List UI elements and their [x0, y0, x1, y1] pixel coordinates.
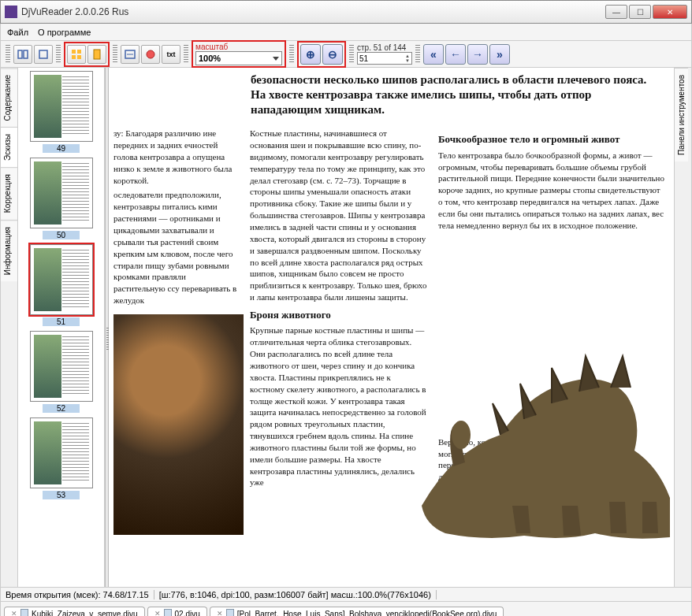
- window-title: DjVuReader 2.0.0.26 Rus: [21, 6, 605, 17]
- lead-text: безопасности несколько шипов располагали…: [251, 72, 650, 117]
- menu-about[interactable]: О программе: [38, 28, 91, 37]
- zoom-label: масштаб: [195, 43, 282, 51]
- status-bar: Время открытия (мсек): 74.68/17.15 [ш:77…: [0, 588, 692, 602]
- body: Содержание Эскизы Коррекция Информация 4…: [0, 68, 692, 588]
- thumb-51[interactable]: 51: [21, 244, 101, 326]
- app-icon: [5, 6, 17, 18]
- status-info: [ш:776, в:1046, dpi:100, разм:106007 бай…: [154, 590, 437, 599]
- svg-rect-7: [94, 50, 100, 59]
- menu-file[interactable]: Файл: [7, 28, 28, 37]
- mid-p1: Костные пластины, начинавшиеся от основа…: [250, 128, 427, 303]
- view-page-button[interactable]: [87, 45, 106, 64]
- zoom-group: масштаб 100%: [192, 40, 286, 68]
- zoom-buttons-group: ⊕ ⊖: [297, 41, 346, 68]
- maximize-button[interactable]: ☐: [629, 5, 651, 19]
- svg-rect-0: [18, 50, 22, 58]
- tab-thumbs[interactable]: Эскизы: [1, 127, 17, 167]
- grip[interactable]: [184, 45, 188, 64]
- grip[interactable]: [289, 45, 294, 64]
- photo-image: [113, 314, 244, 535]
- page-group: стр. 51 of 144 51 ▲▼: [357, 43, 412, 65]
- svg-rect-3: [72, 50, 76, 54]
- title-bar: DjVuReader 2.0.0.26 Rus — ☐ ✕: [0, 0, 692, 24]
- close-button[interactable]: ✕: [653, 5, 687, 19]
- doc-icon: [164, 609, 172, 616]
- page-content: безопасности несколько шипов располагали…: [109, 68, 674, 540]
- left-body: оследователи предположили, кентрозавры п…: [113, 189, 239, 306]
- svg-rect-6: [77, 55, 81, 59]
- toolbar: txt масштаб 100% ⊕ ⊖ стр. 51 of 144 51 ▲…: [0, 41, 692, 68]
- grip[interactable]: [56, 45, 61, 64]
- svg-rect-2: [39, 50, 47, 58]
- tab-info[interactable]: Информация: [1, 220, 17, 281]
- dinosaur-image: [406, 309, 674, 545]
- zoom-out-button[interactable]: ⊖: [322, 44, 343, 65]
- layout-split-button[interactable]: [13, 45, 32, 64]
- menu-bar: Файл О программе: [0, 24, 692, 41]
- file-tab-1[interactable]: ✕Kubiki_Zaizeva_v_semye.djvu: [4, 607, 145, 616]
- status-time: Время открытия (мсек): 74.68/17.15: [1, 590, 154, 599]
- next-page-button[interactable]: →: [467, 44, 488, 65]
- page-input[interactable]: 51 ▲▼: [357, 52, 412, 65]
- right-h1: Бочкообразное тело и огромный живот: [438, 132, 666, 147]
- grip[interactable]: [6, 45, 10, 64]
- minimize-button[interactable]: —: [605, 5, 627, 19]
- file-tab-3[interactable]: ✕[Pol_Barret,_Hose_Luis_Sans]_Bolshaya_y…: [210, 607, 504, 616]
- close-icon[interactable]: ✕: [154, 610, 161, 616]
- svg-rect-4: [77, 50, 81, 54]
- svg-rect-1: [24, 50, 28, 58]
- dropdown-icon: [273, 57, 279, 61]
- first-page-button[interactable]: «: [423, 44, 444, 65]
- svg-rect-5: [72, 55, 76, 59]
- thumb-52[interactable]: 52: [21, 331, 101, 413]
- svg-point-9: [147, 50, 154, 58]
- document-view[interactable]: безопасности несколько шипов располагали…: [109, 68, 674, 587]
- mid-p2: Крупные парные костные пластины и шипы —…: [250, 325, 427, 488]
- tab-contents[interactable]: Содержание: [1, 68, 17, 127]
- zoom-value: 100%: [199, 54, 221, 63]
- page-label: стр. 51 of 144: [357, 43, 412, 52]
- thumb-49[interactable]: 49: [21, 71, 101, 153]
- txt-button[interactable]: txt: [162, 45, 180, 64]
- lock-button[interactable]: [141, 45, 160, 64]
- close-icon[interactable]: ✕: [11, 610, 17, 616]
- layout-single-button[interactable]: [34, 45, 53, 64]
- doc-icon: [226, 609, 234, 616]
- spinner-icon[interactable]: ▲▼: [405, 54, 410, 63]
- tab-correction[interactable]: Коррекция: [1, 167, 17, 219]
- left-tabs: Содержание Эскизы Коррекция Информация: [1, 68, 18, 587]
- view-mode-group: [64, 42, 110, 67]
- page-value: 51: [359, 54, 368, 63]
- right-tabs: Панели инструментов: [674, 68, 691, 587]
- left-intro: зу: Благодаря различию ине передних и за…: [113, 128, 239, 186]
- grip[interactable]: [415, 45, 420, 64]
- tab-panels[interactable]: Панели инструментов: [675, 68, 688, 161]
- thumb-53[interactable]: 53: [21, 417, 101, 499]
- view-tiled-button[interactable]: [67, 45, 86, 64]
- doc-icon: [20, 609, 28, 616]
- zoom-select[interactable]: 100%: [195, 51, 282, 65]
- file-tab-2[interactable]: ✕02.djvu: [147, 607, 207, 616]
- right-p1: Тело кентрозавра было бочкообразной форм…: [438, 150, 666, 232]
- close-icon[interactable]: ✕: [217, 610, 223, 616]
- thumb-50[interactable]: 50: [21, 158, 101, 239]
- grip[interactable]: [113, 45, 117, 64]
- file-tabs: ✕Kubiki_Zaizeva_v_semye.djvu ✕02.djvu ✕[…: [0, 602, 692, 616]
- svg-point-10: [452, 421, 471, 449]
- prev-page-button[interactable]: ←: [445, 44, 466, 65]
- fit-width-button[interactable]: [121, 45, 140, 64]
- thumbnails-panel[interactable]: 49 50 51 52 53: [18, 68, 105, 587]
- last-page-button[interactable]: »: [489, 44, 510, 65]
- mid-h2: Броня животного: [250, 308, 427, 322]
- zoom-in-button[interactable]: ⊕: [300, 44, 321, 65]
- grip[interactable]: [349, 45, 354, 64]
